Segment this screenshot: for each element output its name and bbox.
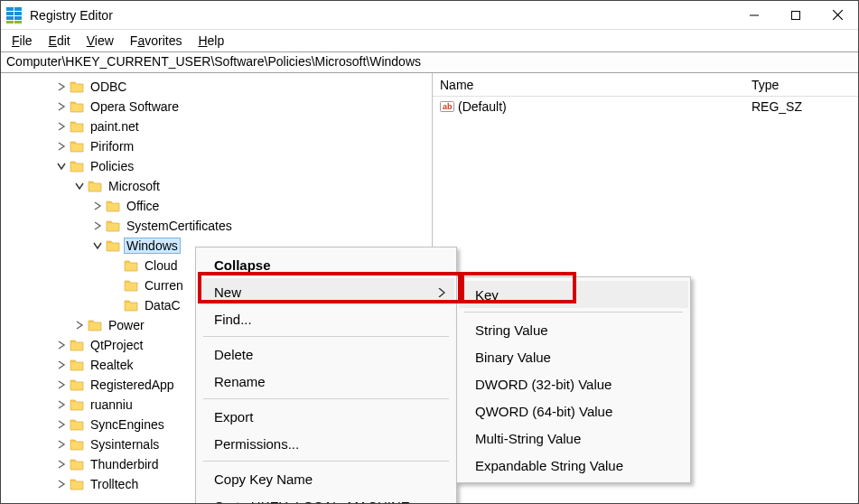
- chevron-right-icon[interactable]: [91, 200, 104, 212]
- chevron-right-icon[interactable]: [55, 359, 68, 371]
- submenu-string[interactable]: String Value: [459, 316, 688, 343]
- svg-rect-9: [792, 11, 800, 19]
- chevron-right-icon[interactable]: [91, 219, 104, 232]
- value-name: (Default): [458, 99, 507, 114]
- chevron-right-icon[interactable]: [55, 438, 68, 451]
- folder-icon: [70, 159, 84, 173]
- minimize-button[interactable]: [733, 1, 775, 30]
- tree-label: Policies: [88, 158, 136, 174]
- folder-icon: [124, 258, 138, 273]
- tree-label: QtProject: [88, 337, 145, 353]
- value-type: REG_SZ: [752, 99, 851, 114]
- folder-icon: [70, 99, 84, 114]
- maximize-button[interactable]: [775, 1, 817, 30]
- twisty-none: [109, 279, 122, 292]
- context-permissions[interactable]: Permissions...: [198, 430, 454, 457]
- context-copy-key-name[interactable]: Copy Key Name: [198, 465, 454, 492]
- chevron-right-icon[interactable]: [55, 339, 68, 351]
- tree-item[interactable]: Piriform: [1, 136, 432, 156]
- tree-label: Office: [124, 198, 162, 214]
- app-icon: [6, 7, 23, 23]
- chevron-down-icon[interactable]: [91, 239, 104, 252]
- context-export[interactable]: Export: [198, 403, 454, 430]
- chevron-down-icon[interactable]: [55, 160, 68, 173]
- column-type-header[interactable]: Type: [752, 78, 851, 92]
- twisty-none: [109, 259, 122, 272]
- window-title: Registry Editor: [30, 8, 733, 23]
- submenu-key[interactable]: Key: [459, 281, 688, 308]
- tree-item[interactable]: ODBC: [1, 77, 432, 97]
- chevron-right-icon[interactable]: [55, 458, 68, 471]
- chevron-right-icon[interactable]: [55, 120, 68, 133]
- chevron-right-icon: [438, 285, 445, 300]
- close-icon: [833, 10, 843, 20]
- column-name-header[interactable]: Name: [440, 78, 752, 92]
- chevron-right-icon[interactable]: [55, 378, 68, 391]
- svg-rect-2: [6, 12, 14, 15]
- context-submenu-new: Key String Value Binary Value DWORD (32-…: [456, 276, 691, 483]
- menu-bar: File Edit View Favorites Help: [1, 30, 858, 51]
- tree-label: Sysinternals: [88, 436, 162, 453]
- details-row-default[interactable]: ab (Default) REG_SZ: [433, 97, 858, 117]
- context-menu: Collapse New Find... Delete Rename Expor…: [195, 247, 457, 504]
- tree-label: Realtek: [88, 357, 135, 373]
- chevron-right-icon[interactable]: [55, 140, 68, 153]
- address-text: Computer\HKEY_CURRENT_USER\Software\Poli…: [6, 54, 421, 69]
- context-delete[interactable]: Delete: [198, 341, 454, 368]
- submenu-binary[interactable]: Binary Value: [459, 343, 688, 370]
- tree-label: Trolltech: [88, 476, 141, 492]
- menu-view[interactable]: View: [79, 32, 121, 50]
- chevron-down-icon[interactable]: [73, 180, 86, 192]
- context-new[interactable]: New: [198, 278, 454, 305]
- menu-edit[interactable]: Edit: [42, 32, 78, 50]
- tree-label: ODBC: [88, 79, 129, 95]
- folder-icon: [88, 318, 102, 332]
- context-separator: [203, 461, 449, 462]
- context-find[interactable]: Find...: [198, 305, 454, 332]
- string-value-icon: ab: [440, 99, 454, 114]
- tree-label: Windows: [124, 238, 181, 254]
- menu-favorites[interactable]: Favorites: [123, 32, 190, 50]
- title-bar: Registry Editor: [1, 1, 858, 30]
- minimize-icon: [750, 11, 759, 20]
- folder-icon: [106, 238, 120, 253]
- tree-label: Cloud: [142, 257, 181, 274]
- tree-label: Piriform: [88, 138, 136, 154]
- folder-icon: [88, 179, 102, 193]
- folder-icon: [70, 437, 84, 452]
- tree-item[interactable]: Opera Software: [1, 97, 432, 117]
- close-button[interactable]: [817, 1, 858, 30]
- submenu-multi-string[interactable]: Multi-String Value: [459, 425, 688, 452]
- folder-icon: [70, 358, 84, 372]
- context-separator: [203, 398, 449, 399]
- folder-icon: [70, 338, 84, 352]
- chevron-right-icon[interactable]: [55, 478, 68, 490]
- folder-icon: [124, 298, 138, 313]
- tree-item[interactable]: paint.net: [1, 117, 432, 136]
- tree-item[interactable]: Microsoft: [1, 176, 432, 196]
- tree-item[interactable]: Policies: [1, 156, 432, 176]
- context-collapse[interactable]: Collapse: [198, 251, 454, 278]
- tree-item[interactable]: SystemCertificates: [1, 216, 432, 236]
- chevron-right-icon[interactable]: [73, 319, 86, 331]
- tree-item[interactable]: Office: [1, 196, 432, 216]
- svg-rect-5: [14, 16, 22, 20]
- folder-icon: [70, 417, 84, 432]
- context-goto-hklm[interactable]: Go to HKEY_LOCAL_MACHINE: [198, 492, 454, 504]
- submenu-separator: [464, 312, 683, 313]
- context-rename[interactable]: Rename: [198, 368, 454, 395]
- menu-file[interactable]: File: [5, 32, 40, 50]
- folder-icon: [106, 199, 120, 213]
- chevron-right-icon[interactable]: [55, 418, 68, 431]
- folder-icon: [70, 457, 84, 471]
- submenu-dword[interactable]: DWORD (32-bit) Value: [459, 370, 688, 397]
- chevron-right-icon[interactable]: [55, 80, 68, 93]
- tree-label: Thunderbird: [88, 456, 162, 472]
- submenu-expandable-string[interactable]: Expandable String Value: [459, 452, 688, 479]
- menu-help[interactable]: Help: [191, 32, 231, 50]
- chevron-right-icon[interactable]: [55, 100, 68, 113]
- tree-label: Curren: [142, 277, 186, 294]
- address-bar[interactable]: Computer\HKEY_CURRENT_USER\Software\Poli…: [1, 51, 858, 73]
- submenu-qword[interactable]: QWORD (64-bit) Value: [459, 397, 688, 425]
- chevron-right-icon[interactable]: [55, 398, 68, 411]
